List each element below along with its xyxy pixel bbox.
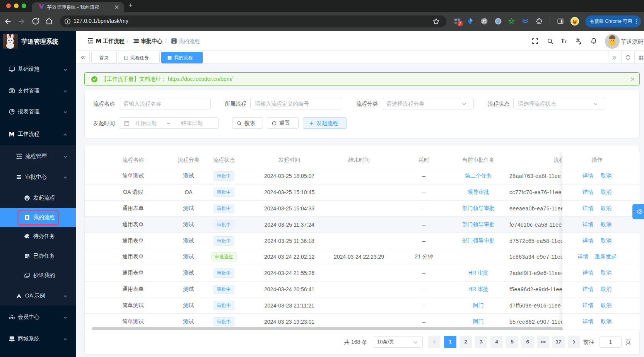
svg-text:A: A (579, 42, 581, 45)
